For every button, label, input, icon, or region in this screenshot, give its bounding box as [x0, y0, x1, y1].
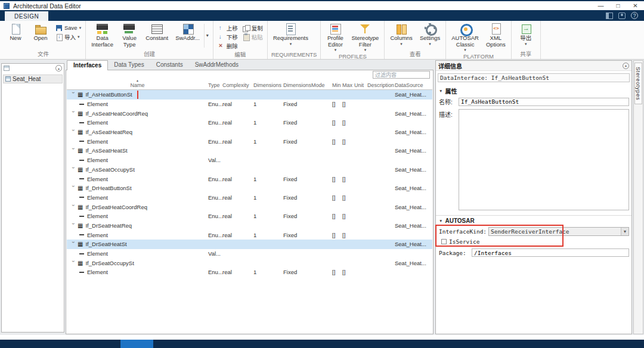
stereotypes-tab[interactable]: Stereotypes	[634, 63, 642, 104]
expand-chevron-icon[interactable]	[70, 92, 76, 97]
table-row[interactable]: ElementEnu...real1Fixed[][]	[67, 193, 432, 203]
table-header: NameTypeComplexityDimensionsDimensionsMo…	[67, 80, 432, 90]
right-sidebar: Stereotypes	[633, 60, 643, 334]
gallery-overflow-button[interactable]	[204, 24, 210, 48]
autosar-classic-button[interactable]: AUTOSAR Classic	[448, 22, 482, 52]
properties-collapse-icon[interactable]	[439, 89, 442, 93]
table-row[interactable]: ElementEnu...real1Fixed[][]	[67, 100, 432, 109]
table-row[interactable]: ElementEnu...real1Fixed[][]	[67, 212, 432, 221]
collapse-left-panel-icon[interactable]	[55, 65, 62, 72]
swaddrmethod-button[interactable]: SwAddr...	[172, 22, 203, 42]
close-button[interactable]: ✕	[627, 1, 644, 10]
table-row[interactable]: If_AsSeatHeatStSeat_Heat...	[67, 146, 432, 156]
expand-chevron-icon[interactable]	[70, 204, 76, 210]
table-row[interactable]: ElementEnu...real1Fixed[][]	[67, 118, 432, 128]
columns-icon	[395, 23, 408, 35]
autosar-collapse-icon[interactable]	[439, 219, 442, 223]
column-header-complexity[interactable]: Complexity	[222, 80, 253, 89]
interfacekind-dropdown[interactable]: SenderReceiverInterface	[488, 227, 629, 236]
column-header-min[interactable]: Min	[332, 80, 342, 89]
column-header-dimensions[interactable]: Dimensions	[253, 80, 283, 89]
minimize-button[interactable]: —	[592, 1, 609, 10]
maximize-button[interactable]: □	[609, 1, 627, 10]
taskbar-app-button[interactable]	[120, 340, 153, 348]
move-up-button[interactable]: 上移	[216, 24, 240, 32]
tree-item-seat-heat[interactable]: Seat_Heat	[3, 74, 63, 83]
element-icon	[79, 122, 84, 123]
settings-button[interactable]: Settings	[417, 22, 443, 46]
column-header-type[interactable]: Type	[208, 80, 222, 89]
help-icon[interactable]: ?	[631, 12, 638, 19]
move-down-button[interactable]: 下移	[216, 33, 240, 41]
cell-dimensions: 1	[253, 101, 283, 107]
import-button[interactable]: 导入	[54, 33, 83, 41]
expand-chevron-icon[interactable]	[70, 260, 76, 266]
expand-chevron-icon[interactable]	[70, 185, 76, 191]
table-row[interactable]: ElementEnu...real1Fixed[][]	[67, 136, 432, 146]
delete-button[interactable]: 删除	[216, 42, 240, 49]
dropdown-chevron-icon	[621, 228, 628, 235]
table-row[interactable]: ElementEnu...real1Fixed[][]	[67, 230, 432, 240]
tab-constants[interactable]: Constants	[150, 60, 189, 70]
column-header-datasource[interactable]: DataSource	[395, 80, 432, 89]
expand-chevron-icon[interactable]	[70, 241, 76, 247]
save-button[interactable]: Save	[54, 24, 83, 32]
stereotype-filter-button[interactable]: Stereotype Filter	[348, 22, 382, 52]
table-row[interactable]: If_AsSeatHeatCoordReqSeat_Heat...	[67, 108, 432, 118]
new-button[interactable]: New	[4, 22, 27, 42]
expand-chevron-icon[interactable]	[70, 223, 76, 228]
table-row[interactable]: If_DrSeatHeatStSeat_Heat...	[67, 240, 432, 249]
description-textarea[interactable]	[459, 109, 629, 210]
filter-input[interactable]	[373, 71, 430, 79]
profile-editor-button[interactable]: Profile Editor	[323, 22, 347, 52]
cell-max: []	[342, 101, 354, 107]
ribbon-group-label: 文件	[4, 49, 83, 59]
export-button[interactable]: 导出	[514, 22, 538, 46]
table-row[interactable]: If_AsHeatButtonStSeat_Heat...	[67, 90, 432, 100]
row-name: Element	[87, 138, 108, 145]
table-row[interactable]: If_DrSeatHeatCoordReqSeat_Heat...	[67, 202, 432, 212]
constant-button[interactable]: Constant	[143, 22, 171, 42]
column-header-label: Min	[332, 82, 341, 88]
xml-options-button[interactable]: XML Options	[483, 22, 509, 48]
table-row[interactable]: If_AsSeatHeatReqSeat_Heat...	[67, 128, 432, 137]
dropdown-arrow-icon	[429, 42, 431, 46]
column-header-max[interactable]: Max	[342, 80, 354, 89]
expand-chevron-icon[interactable]	[70, 129, 76, 135]
package-input[interactable]	[472, 248, 629, 257]
data-interface-button[interactable]: Data Interface	[88, 22, 116, 48]
expand-chevron-icon[interactable]	[70, 148, 76, 153]
table-row[interactable]: If_AsSeatOccupyStSeat_Heat...	[67, 165, 432, 175]
column-header-dimensionsmode[interactable]: DimensionsMode	[283, 80, 332, 89]
cell-name: Element	[67, 100, 208, 108]
value-type-button[interactable]: Value Type	[117, 22, 141, 48]
tab-swaddrmethods[interactable]: SwAddrMethods	[189, 60, 244, 70]
table-row[interactable]: ElementVal...	[67, 249, 432, 259]
cell-dimensionsmode: Fixed	[283, 119, 332, 126]
expand-chevron-icon[interactable]	[70, 111, 76, 116]
user-icon[interactable]	[618, 13, 626, 19]
open-button[interactable]: Open	[29, 22, 52, 42]
table-row[interactable]: If_DrSeatHeatReqSeat_Heat...	[67, 221, 432, 231]
name-input[interactable]	[459, 98, 629, 106]
tab-design[interactable]: DESIGN	[5, 11, 48, 21]
table-row[interactable]: ElementEnu...real1Fixed[][]	[67, 268, 432, 277]
column-header-unit[interactable]: Unit	[354, 80, 367, 89]
tab-data-types[interactable]: Data Types	[108, 60, 150, 70]
copy-button[interactable]: 复制	[241, 24, 265, 32]
collapse-details-icon[interactable]	[623, 63, 629, 69]
table-row[interactable]: ElementEnu...real1Fixed[][]	[67, 174, 432, 184]
row-name-group: If_AsSeatHeatReq	[67, 128, 134, 136]
column-header-name[interactable]: Name	[67, 80, 208, 89]
layout-icon[interactable]	[606, 13, 613, 19]
paste-button[interactable]: 粘贴	[241, 33, 265, 41]
requirements-button[interactable]: Requirements	[270, 22, 311, 46]
expand-chevron-icon[interactable]	[70, 167, 76, 172]
table-row[interactable]: ElementVal...	[67, 156, 432, 165]
columns-button[interactable]: Columns	[387, 22, 416, 46]
table-row[interactable]: If_DrHeatButtonStSeat_Heat...	[67, 184, 432, 193]
column-header-description[interactable]: Description	[367, 80, 395, 89]
isservice-checkbox[interactable]	[441, 239, 447, 244]
tab-interfaces[interactable]: Interfaces	[67, 60, 108, 70]
table-row[interactable]: If_DrSeatOccupyStSeat_Heat...	[67, 258, 432, 268]
